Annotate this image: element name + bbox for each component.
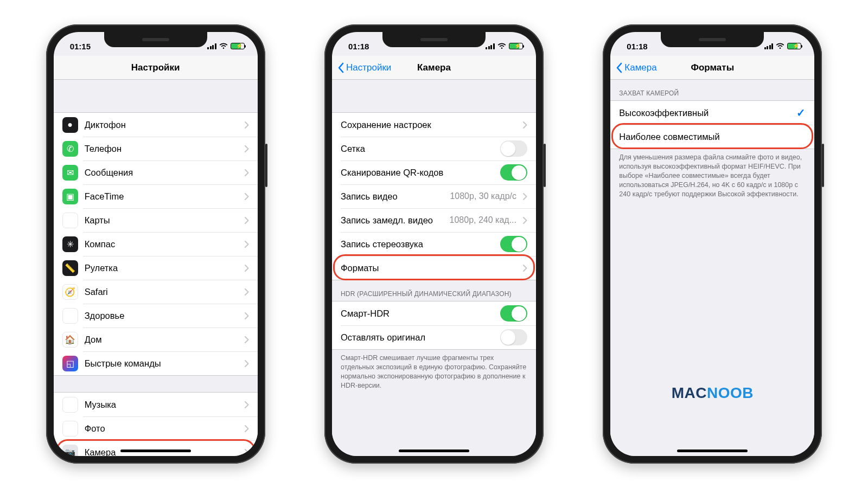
nav-back-label: Настройки [346,62,391,73]
camera-row-qr[interactable]: Сканирование QR-кодов [332,160,536,184]
wifi-icon [776,42,784,51]
settings-row-safari[interactable]: 🧭Safari [54,280,258,304]
chevron-right-icon [245,193,249,200]
home-indicator[interactable] [677,450,748,452]
photos-icon: ✿ [62,421,78,436]
settings-row-facetime[interactable]: ▣FaceTime [54,184,258,208]
chevron-right-icon [523,265,527,272]
chevron-right-icon [245,336,249,343]
safari-icon: 🧭 [62,284,78,300]
chevron-right-icon [245,401,249,408]
settings-row-shortcuts[interactable]: ◱Быстрые команды [54,351,258,375]
nav-bar: Настройки Камера [332,56,536,80]
nav-title: Настройки [54,62,258,73]
settings-row-home[interactable]: 🏠Дом [54,328,258,351]
camera-row-slomo[interactable]: Запись замедл. видео1080p, 240 кад... [332,208,536,232]
row-label: Смарт-HDR [341,309,500,319]
phone-icon: ✆ [62,141,78,157]
camera-row-stereo[interactable]: Запись стереозвука [332,232,536,256]
row-label: Быстрые команды [85,358,241,369]
camera-row-keepnormal[interactable]: Оставлять оригинал [332,325,536,349]
camera-row-grid[interactable]: Сетка [332,137,536,160]
toggle-qr[interactable] [500,164,527,181]
section-footer-hdr: Смарт-HDR смешивает лучшие фрагменты тре… [332,350,536,397]
row-label: Оставлять оригинал [341,332,500,343]
health-icon: ❤ [62,308,78,324]
camera-row-video[interactable]: Запись видео1080p, 30 кадр/с [332,184,536,208]
home-icon: 🏠 [62,332,78,348]
format-option-compat[interactable]: Наиболее совместимый [610,125,814,149]
cellular-signal-icon [486,43,495,49]
settings-row-maps[interactable]: ➤Карты [54,208,258,232]
screen-3: 01:18 ⚡ Камера Форматы ЗАХВАТ КАМЕРОЙ Вы… [610,32,814,456]
row-label: Телефон [85,144,241,154]
shortcuts-icon: ◱ [62,356,78,371]
format-option-heif[interactable]: Высокоэффективный✓ [610,101,814,125]
settings-row-camera[interactable]: 📷Камера [54,440,258,456]
row-label: Сканирование QR-кодов [341,168,500,178]
home-indicator[interactable] [399,450,469,452]
chevron-right-icon [245,241,249,248]
row-label: Safari [85,287,241,297]
settings-row-messages[interactable]: ✉Сообщения [54,160,258,184]
row-label: Форматы [341,263,520,273]
watermark: MACNOOB [610,384,814,402]
chevron-right-icon [523,193,527,200]
row-label: FaceTime [85,191,241,202]
notch [382,32,486,47]
battery-icon: ⚡ [231,43,245,49]
row-label: Здоровье [85,311,241,321]
row-label: Наиболее совместимый [619,132,806,142]
camera-icon: 📷 [62,445,78,457]
notch [104,32,207,47]
status-indicators: ⚡ [207,42,245,51]
row-detail: 1080p, 30 кадр/с [450,191,516,201]
camera-row-smarthdr[interactable]: Смарт-HDR [332,301,536,325]
nav-back-button[interactable]: Настройки [337,62,391,73]
settings-row-dictophone[interactable]: ●Диктофон [54,113,258,137]
status-indicators: ⚡ [486,42,523,51]
chevron-right-icon [245,145,249,152]
notch [661,32,764,47]
chevron-right-icon [245,265,249,272]
nav-bar: Камера Форматы [610,56,814,80]
row-detail: 1080p, 240 кад... [450,215,516,225]
camera-row-preserve[interactable]: Сохранение настроек [332,113,536,137]
settings-row-photos[interactable]: ✿Фото [54,416,258,440]
toggle-smarthdr[interactable] [500,305,527,322]
chevron-right-icon [245,288,249,296]
formats-list[interactable]: ЗАХВАТ КАМЕРОЙ Высокоэффективный✓Наиболе… [610,80,814,456]
camera-row-formats[interactable]: Форматы [332,256,536,280]
row-label: Музыка [85,400,241,410]
toggle-stereo[interactable] [500,236,527,252]
screen-1: 01:15 ⚡ Настройки ●Диктофон✆Телефон✉Сооб… [54,32,258,456]
row-label: Запись видео [341,191,450,202]
settings-row-compass[interactable]: ✳Компас [54,232,258,256]
status-time: 01:18 [627,42,647,51]
chevron-right-icon [245,121,249,129]
row-label: Сохранение настроек [341,120,520,130]
settings-list[interactable]: ●Диктофон✆Телефон✉Сообщения▣FaceTime➤Кар… [54,80,258,456]
settings-row-health[interactable]: ❤Здоровье [54,304,258,328]
settings-row-phone[interactable]: ✆Телефон [54,137,258,160]
toggle-keepnormal[interactable] [500,329,527,345]
dictophone-icon: ● [62,117,78,133]
maps-icon: ➤ [62,213,78,228]
home-indicator[interactable] [120,450,191,452]
cellular-signal-icon [207,43,216,49]
toggle-grid[interactable] [500,140,527,157]
row-label: Запись замедл. видео [341,215,450,226]
row-label: Дом [85,335,241,345]
row-label: Сетка [341,144,500,154]
facetime-icon: ▣ [62,189,78,204]
section-header-capture: ЗАХВАТ КАМЕРОЙ [610,80,814,100]
nav-back-button[interactable]: Камера [616,62,656,73]
settings-row-measure[interactable]: 📏Рулетка [54,256,258,280]
cellular-signal-icon [764,43,774,49]
screen-2: 01:18 ⚡ Настройки Камера Сохранение наст… [332,32,536,456]
chevron-right-icon [245,169,249,176]
camera-settings-list[interactable]: Сохранение настроекСеткаСканирование QR-… [332,80,536,456]
compass-icon: ✳ [62,236,78,252]
settings-row-music[interactable]: ♫Музыка [54,393,258,416]
phone-frame-1: 01:15 ⚡ Настройки ●Диктофон✆Телефон✉Сооб… [46,24,265,464]
